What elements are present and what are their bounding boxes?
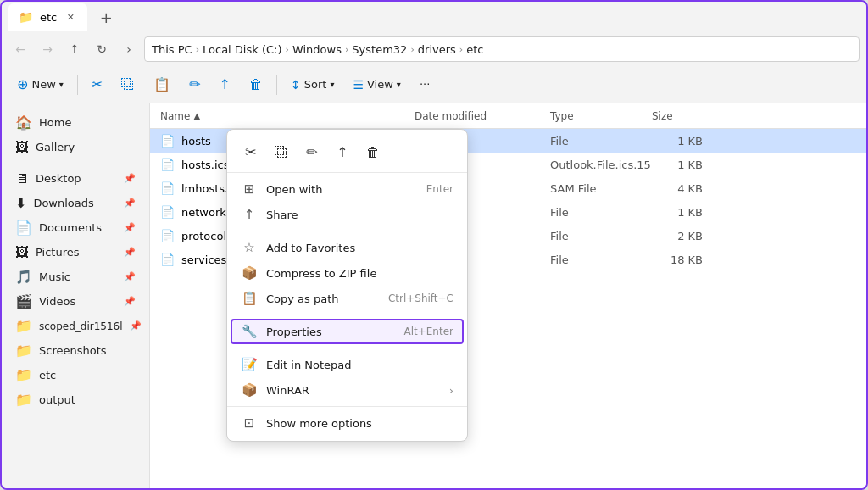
sidebar-item-home[interactable]: 🏠 Home: [5, 110, 146, 135]
sidebar-item-scoped-dir[interactable]: 📁 scoped_dir1516l 📌: [5, 314, 146, 338]
file-name-label: services: [181, 253, 226, 266]
pin-icon: 📌: [124, 222, 136, 233]
file-type-cell: Outlook.File.ics.15: [550, 159, 652, 171]
more-button[interactable]: ···: [411, 73, 438, 96]
view-chevron: ▾: [397, 80, 401, 89]
file-size-cell: 4 KB: [652, 182, 703, 195]
sidebar-item-screenshots[interactable]: 📁 Screenshots: [5, 338, 146, 363]
sidebar-item-music[interactable]: 🎵 Music 📌: [5, 264, 146, 289]
home-icon: 🏠: [15, 114, 32, 131]
ctx-delete-button[interactable]: 🗑: [359, 138, 387, 165]
sidebar-item-videos[interactable]: 🎬 Videos 📌: [5, 289, 146, 314]
tab-close-button[interactable]: ✕: [64, 10, 77, 24]
sidebar-item-label: scoped_dir1516l: [39, 320, 123, 332]
sidebar-item-output[interactable]: 📁 output: [5, 387, 146, 412]
music-icon: 🎵: [15, 269, 32, 285]
ctx-item-show-more[interactable]: ⊡ Show more options: [227, 410, 467, 436]
date-column-header[interactable]: Date modified: [415, 110, 550, 122]
sidebar-item-documents[interactable]: 📄 Documents 📌: [5, 215, 146, 240]
ctx-item-copy-as-path[interactable]: 📋 Copy as path Ctrl+Shift+C: [227, 286, 467, 311]
rename-icon: ✏: [189, 76, 200, 92]
sidebar-item-downloads[interactable]: ⬇ Downloads 📌: [5, 191, 146, 215]
refresh-button[interactable]: ↻: [90, 37, 114, 61]
ctx-shortcut: Ctrl+Shift+C: [388, 292, 453, 304]
sidebar-item-gallery[interactable]: 🖼 Gallery: [5, 135, 146, 159]
documents-icon: 📄: [15, 220, 32, 236]
breadcrumb-system32[interactable]: System32: [352, 43, 407, 56]
file-size-cell: 1 KB: [652, 135, 703, 148]
view-button[interactable]: ☰ View ▾: [344, 73, 409, 97]
ctx-cut-button[interactable]: ✂: [237, 138, 264, 165]
ctx-separator-4: [227, 406, 467, 407]
ctx-copy-button[interactable]: ⿻: [268, 138, 295, 165]
rename-button[interactable]: ✏: [181, 71, 209, 97]
ctx-shortcut: Enter: [426, 183, 453, 195]
content-area: Name ▲ Date modified Type Size 📄 hosts F…: [150, 103, 866, 488]
new-tab-button[interactable]: +: [94, 5, 118, 29]
sidebar-item-pictures[interactable]: 🖼 Pictures 📌: [5, 240, 146, 264]
file-name-label: hosts.ics: [181, 159, 230, 171]
titlebar: 📁 etc ✕ +: [2, 2, 866, 32]
ctx-item-open-with[interactable]: ⊞ Open with Enter: [227, 176, 467, 202]
breadcrumb-this-pc[interactable]: This PC: [152, 43, 192, 56]
pin-icon: 📌: [124, 247, 136, 258]
favorites-icon: ☆: [241, 240, 258, 255]
paste-button[interactable]: 📋: [145, 71, 179, 97]
address-expand-icon[interactable]: ›: [117, 37, 141, 61]
context-menu-toolbar: ✂ ⿻ ✏ ↑ 🗑: [227, 135, 467, 173]
ctx-item-label: Properties: [266, 326, 395, 338]
copy-button[interactable]: ⿻: [113, 71, 143, 97]
folder-icon: 📁: [15, 318, 32, 334]
breadcrumb-windows[interactable]: Windows: [292, 43, 342, 56]
ctx-rename-button[interactable]: ✏: [298, 138, 326, 165]
ctx-item-edit-notepad[interactable]: 📝 Edit in Notepad: [227, 352, 467, 377]
back-button[interactable]: ←: [8, 37, 32, 61]
forward-button[interactable]: →: [36, 37, 59, 61]
pin-icon: 📌: [124, 173, 136, 184]
properties-icon: 🔧: [241, 324, 258, 339]
sidebar-item-label: Downloads: [33, 197, 93, 209]
sidebar-item-label: Documents: [39, 221, 102, 234]
new-button[interactable]: ⊕ New ▾: [8, 71, 72, 97]
sort-label: Sort: [304, 78, 327, 91]
file-type-cell: File: [550, 253, 652, 266]
ctx-share-button[interactable]: ↑: [329, 138, 356, 165]
sidebar-item-label: etc: [39, 369, 56, 381]
ctx-item-compress-zip[interactable]: 📦 Compress to ZIP file: [227, 260, 467, 286]
delete-icon: 🗑: [249, 76, 263, 92]
ctx-item-add-to-favorites[interactable]: ☆ Add to Favorites: [227, 235, 467, 260]
copy-path-icon: 📋: [241, 291, 258, 306]
file-name-label: protocol: [181, 230, 226, 242]
breadcrumb[interactable]: This PC › Local Disk (C:) › Windows › Sy…: [144, 36, 860, 62]
breadcrumb-drivers[interactable]: drivers: [418, 43, 456, 56]
ctx-item-label: Share: [266, 209, 453, 221]
sidebar-item-label: Music: [39, 270, 70, 283]
file-icon: 📄: [160, 205, 175, 219]
type-column-header[interactable]: Type: [550, 110, 652, 122]
up-button[interactable]: ↑: [63, 37, 86, 61]
size-column-header[interactable]: Size: [652, 110, 703, 122]
new-icon: ⊕: [17, 76, 28, 92]
breadcrumb-etc[interactable]: etc: [466, 43, 483, 56]
breadcrumb-local-disk[interactable]: Local Disk (C:): [203, 43, 281, 56]
sort-button[interactable]: ↕ Sort ▾: [282, 73, 342, 97]
cut-button[interactable]: ✂: [83, 71, 111, 97]
name-column-header[interactable]: Name ▲: [160, 110, 415, 122]
sidebar-item-etc[interactable]: 📁 etc: [5, 363, 146, 387]
ctx-item-winrar[interactable]: 📦 WinRAR ›: [227, 377, 467, 403]
view-label: View: [367, 78, 393, 91]
share-button[interactable]: ↑: [211, 71, 239, 97]
addressbar: ← → ↑ ↻ › This PC › Local Disk (C:) › Wi…: [2, 32, 866, 66]
toolbar-divider-2: [276, 75, 277, 95]
ctx-item-properties[interactable]: 🔧 Properties Alt+Enter: [231, 319, 464, 344]
sidebar-item-desktop[interactable]: 🖥 Desktop 📌: [5, 166, 146, 191]
main-layout: 🏠 Home 🖼 Gallery 🖥 Desktop 📌 ⬇ Downloads…: [2, 103, 866, 488]
active-tab[interactable]: 📁 etc ✕: [8, 3, 87, 31]
share-icon: ↑: [220, 76, 231, 92]
delete-button[interactable]: 🗑: [241, 71, 271, 97]
column-headers: Name ▲ Date modified Type Size: [150, 103, 866, 129]
copy-icon: ⿻: [121, 76, 135, 92]
file-icon: 📄: [160, 253, 175, 266]
more-icon: ···: [420, 78, 430, 91]
ctx-item-share[interactable]: ↑ Share: [227, 202, 467, 227]
